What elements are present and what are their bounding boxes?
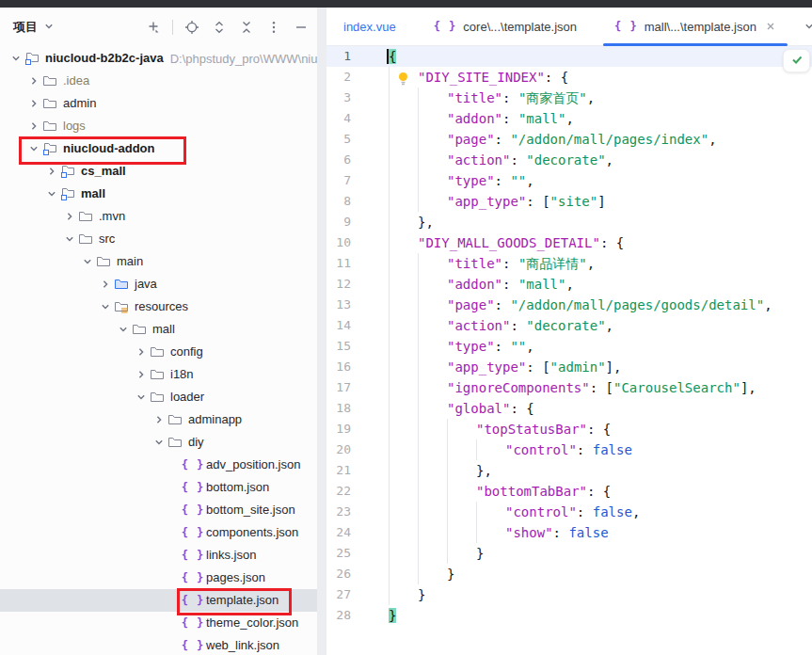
hidden-tabs-chevron-down-button[interactable] bbox=[801, 18, 812, 35]
tree-item-resources[interactable]: resources bbox=[0, 296, 317, 318]
json-string: "admin" bbox=[550, 359, 606, 375]
tree-item-diy[interactable]: diy bbox=[0, 431, 317, 454]
tree-item-bottom-site-json[interactable]: { }bottom_site.json bbox=[0, 499, 317, 521]
inspection-widget[interactable] bbox=[783, 49, 810, 72]
chevron-right-icon[interactable] bbox=[25, 96, 41, 111]
tree-item-adminapp[interactable]: adminapp bbox=[0, 408, 317, 431]
tree-item-niucloud-b2b2c-java[interactable]: niucloud-b2b2c-javaD:\phpstudy_pro\WWW\n… bbox=[0, 47, 317, 70]
more-button[interactable] bbox=[265, 19, 282, 36]
code-line-1: 1{ bbox=[326, 46, 812, 67]
line-number: 19 bbox=[326, 419, 351, 439]
tree-item-main[interactable]: main bbox=[0, 250, 317, 273]
indent-guide bbox=[389, 170, 390, 191]
tree-item-config[interactable]: config bbox=[0, 341, 317, 363]
tree-item-template-json[interactable]: { }template.json bbox=[0, 589, 317, 612]
json-file-icon: { } bbox=[184, 480, 201, 495]
chevron-down-icon[interactable] bbox=[133, 390, 149, 405]
json-braces-icon: { } bbox=[182, 503, 205, 517]
tree-item-links-json[interactable]: { }links.json bbox=[0, 544, 317, 567]
line-number: 15 bbox=[326, 336, 351, 357]
tree-item-mvn[interactable]: .mvn bbox=[0, 205, 317, 228]
tree-item-mall[interactable]: mall bbox=[0, 318, 317, 341]
chevron-down-icon[interactable] bbox=[8, 51, 24, 66]
json-punctuation: , bbox=[565, 277, 573, 292]
chevron-down-icon[interactable] bbox=[115, 322, 131, 337]
tree-item-cs-mall[interactable]: cs_mall bbox=[0, 160, 317, 183]
chevron-right-icon[interactable] bbox=[43, 164, 59, 179]
chevron-down-icon[interactable] bbox=[151, 435, 167, 450]
tree-item-adv-position-json[interactable]: { }adv_position.json bbox=[0, 454, 317, 476]
module-folder-icon bbox=[24, 51, 40, 66]
chevron-down-icon[interactable] bbox=[25, 141, 41, 156]
json-punctuation: : bbox=[495, 173, 511, 188]
indent-guide bbox=[389, 564, 390, 584]
collapse-all-icon bbox=[239, 20, 254, 35]
project-tree: niucloud-b2b2c-javaD:\phpstudy_pro\WWW\n… bbox=[0, 47, 317, 655]
panel-splitter[interactable] bbox=[317, 8, 326, 655]
intention-bulb-icon[interactable] bbox=[397, 71, 409, 85]
folder-icon bbox=[77, 209, 94, 224]
tree-item-java[interactable]: java bbox=[0, 273, 317, 296]
tree-item-label: theme_color.json bbox=[206, 615, 298, 631]
line-number: 18 bbox=[326, 398, 351, 419]
tree-item-label: bottom_site.json bbox=[206, 503, 295, 518]
hide-button[interactable] bbox=[293, 19, 310, 36]
chevron-right-icon[interactable] bbox=[133, 344, 149, 359]
json-punctuation: } bbox=[447, 567, 454, 582]
tree-item-loader[interactable]: loader bbox=[0, 386, 317, 408]
indent-guide bbox=[389, 150, 390, 170]
tree-item-admin[interactable]: admin bbox=[0, 92, 317, 115]
folder-icon bbox=[41, 73, 58, 88]
json-keyword: false bbox=[593, 442, 632, 457]
indent-guide bbox=[418, 377, 419, 398]
module-folder-icon bbox=[59, 164, 76, 179]
editor-panel: index.vue{ }core\...\template.json{ }mal… bbox=[326, 8, 812, 655]
indent-guide bbox=[389, 67, 390, 88]
locate-button[interactable] bbox=[183, 19, 200, 36]
json-key: "control" bbox=[505, 442, 577, 457]
code-line-10: 10"DIY_MALL_GOODS_DETAIL": { bbox=[326, 232, 812, 253]
tree-item-niucloud-addon[interactable]: niucloud-addon bbox=[0, 137, 317, 160]
close-tab-icon[interactable] bbox=[765, 21, 776, 32]
editor-tab-mall-...-template.json[interactable]: { }mall\...\template.json bbox=[601, 8, 789, 45]
chevron-right-icon[interactable] bbox=[61, 209, 77, 224]
tree-item-theme-color-json[interactable]: { }theme_color.json bbox=[0, 612, 317, 634]
chevron-right-icon[interactable] bbox=[25, 119, 41, 134]
indent-guide bbox=[418, 191, 419, 212]
chevron-down-icon[interactable] bbox=[61, 232, 77, 247]
collapse-all-button[interactable] bbox=[238, 19, 255, 36]
json-string: "CarouselSearch" bbox=[613, 380, 740, 395]
indent-guide bbox=[389, 460, 390, 481]
tree-item-label: cs_mall bbox=[81, 164, 126, 179]
add-icon bbox=[146, 20, 161, 35]
tree-item-src[interactable]: src bbox=[0, 228, 317, 250]
tree-item-bottom-json[interactable]: { }bottom.json bbox=[0, 476, 317, 499]
chevron-right-icon[interactable] bbox=[25, 73, 41, 88]
chevron-down-icon[interactable] bbox=[97, 299, 113, 314]
json-braces-icon: { } bbox=[182, 481, 205, 494]
tree-item-pages-json[interactable]: { }pages.json bbox=[0, 567, 317, 589]
chevron-down-icon[interactable] bbox=[43, 186, 59, 201]
tree-item-components-json[interactable]: { }components.json bbox=[0, 521, 317, 544]
chevron-right-icon[interactable] bbox=[151, 412, 167, 427]
editor-tab-core-...-template.json[interactable]: { }core\...\template.json bbox=[421, 8, 590, 45]
json-key: "page" bbox=[447, 297, 495, 312]
tree-item-mall[interactable]: mall bbox=[0, 183, 317, 205]
tree-item-i18n[interactable]: i18n bbox=[0, 363, 317, 386]
editor-tab-index.vue[interactable]: index.vue bbox=[330, 8, 409, 45]
json-key: "app_type" bbox=[447, 194, 526, 209]
tree-item-label: admin bbox=[63, 96, 96, 111]
chevron-down-icon[interactable] bbox=[79, 254, 95, 269]
project-view-selector[interactable]: 项目 bbox=[13, 19, 55, 36]
expand-all-button[interactable] bbox=[211, 19, 228, 36]
tree-item-web-link-json[interactable]: { }web_link.json bbox=[0, 634, 317, 655]
chevron-right-icon[interactable] bbox=[133, 367, 149, 382]
tree-item-logs[interactable]: logs bbox=[0, 115, 317, 137]
json-braces-icon: { } bbox=[182, 571, 205, 584]
code-editor[interactable]: 1{2"DIY_SITE_INDEX": {3"title": "商家首页",4… bbox=[326, 46, 812, 655]
tree-item-idea[interactable]: .idea bbox=[0, 70, 317, 92]
chevron-right-icon[interactable] bbox=[97, 277, 113, 292]
folder-icon bbox=[149, 344, 166, 359]
add-button[interactable] bbox=[145, 19, 162, 36]
code-line-16: 16"app_type": ["admin"], bbox=[326, 357, 812, 377]
